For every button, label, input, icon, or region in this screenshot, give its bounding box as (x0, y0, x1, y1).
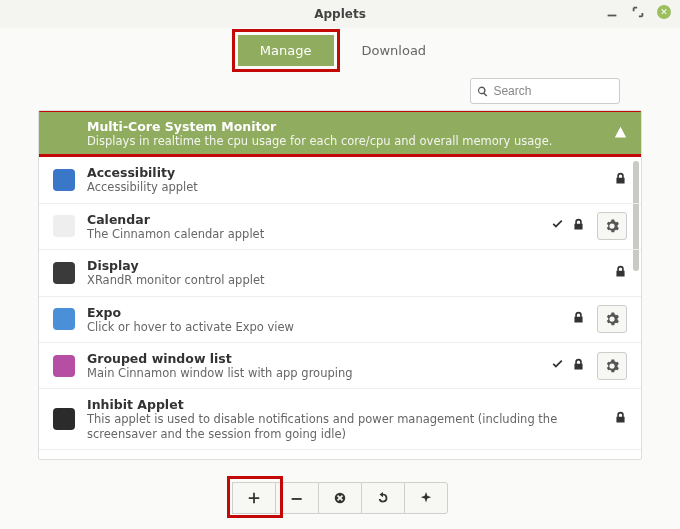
applet-title: Multi-Core System Monitor (87, 119, 602, 134)
applet-description: This applet is used to disable notificat… (87, 412, 602, 441)
applet-row[interactable]: Multi-Core System MonitorDisplays in rea… (39, 111, 641, 157)
enabled-check-icon (551, 358, 564, 374)
applet-title: Grouped window list (87, 351, 539, 366)
remove-button[interactable]: − (275, 482, 319, 514)
configure-button[interactable] (597, 212, 627, 240)
lock-icon (572, 311, 585, 327)
search-input[interactable] (493, 84, 613, 98)
search-icon (477, 85, 488, 98)
applet-row[interactable]: DisplayXRandR monitor control applet (39, 250, 641, 296)
applet-description: Main Cinnamon window list with app group… (87, 366, 539, 380)
window-list-icon (53, 355, 75, 377)
applet-list[interactable]: Multi-Core System MonitorDisplays in rea… (38, 110, 642, 460)
applet-text: AccessibilityAccessibility applet (87, 165, 602, 194)
maximize-button[interactable] (630, 4, 646, 20)
applet-title: Keyboard (87, 458, 581, 460)
applet-title: Inhibit Applet (87, 397, 602, 412)
close-icon: ✕ (657, 5, 671, 19)
applet-text: Inhibit AppletThis applet is used to dis… (87, 397, 602, 441)
undo-icon (376, 491, 390, 505)
highlight-manage: Manage (232, 29, 340, 72)
row-status-icons (551, 218, 585, 234)
row-status-icons (551, 358, 585, 374)
expo-icon (53, 308, 75, 330)
row-status-icons (614, 126, 627, 142)
lock-icon (572, 358, 585, 374)
row-status-icons (614, 172, 627, 188)
applet-text: ExpoClick or hover to activate Expo view (87, 305, 560, 334)
calendar-icon (53, 215, 75, 237)
disable-button[interactable] (318, 482, 362, 514)
row-status-icons (572, 311, 585, 327)
bottom-toolbar: − (0, 473, 680, 523)
row-status-icons (614, 265, 627, 281)
applet-description: XRandR monitor control applet (87, 273, 602, 287)
applet-title: Expo (87, 305, 560, 320)
applet-row[interactable]: Grouped window listMain Cinnamon window … (39, 343, 641, 389)
svg-rect-0 (608, 15, 617, 17)
applet-row[interactable]: ExpoClick or hover to activate Expo view (39, 297, 641, 343)
applet-text: Grouped window listMain Cinnamon window … (87, 351, 539, 380)
warning-icon (614, 126, 627, 142)
applets-window: Applets ✕ Manage Download Multi-Core Sys… (0, 0, 680, 529)
lock-icon (614, 411, 627, 427)
minus-icon: − (290, 489, 303, 508)
restore-button[interactable] (361, 482, 405, 514)
applet-title: Calendar (87, 212, 539, 227)
applet-title: Accessibility (87, 165, 602, 180)
add-button[interactable] (232, 482, 276, 514)
applet-text: Multi-Core System MonitorDisplays in rea… (87, 119, 602, 148)
cancel-icon (333, 491, 347, 505)
upgrade-button[interactable] (404, 482, 448, 514)
display-icon (53, 262, 75, 284)
minimize-button[interactable] (604, 4, 620, 20)
search-field[interactable] (470, 78, 620, 104)
applet-row[interactable]: KeyboardKeyboard layout (39, 450, 641, 460)
search-row (0, 72, 680, 110)
applet-text: DisplayXRandR monitor control applet (87, 258, 602, 287)
tab-manage[interactable]: Manage (238, 35, 334, 66)
window-controls: ✕ (604, 4, 672, 20)
titlebar: Applets ✕ (0, 0, 680, 28)
configure-button[interactable] (597, 352, 627, 380)
applet-description: The Cinnamon calendar applet (87, 227, 539, 241)
tab-download[interactable]: Download (340, 35, 449, 66)
configure-button[interactable] (597, 305, 627, 333)
inhibit-icon (53, 408, 75, 430)
applet-text: KeyboardKeyboard layout (87, 458, 581, 460)
plus-icon (247, 491, 261, 505)
applet-description: Click or hover to activate Expo view (87, 320, 560, 334)
tab-bar: Manage Download (0, 28, 680, 72)
sparkle-icon (419, 491, 433, 505)
applet-row[interactable]: CalendarThe Cinnamon calendar applet (39, 204, 641, 250)
applet-description: Displays in realtime the cpu usage for e… (87, 134, 602, 148)
accessibility-icon (53, 169, 75, 191)
activity-monitor-icon (53, 123, 75, 145)
lock-icon (572, 218, 585, 234)
applet-row[interactable]: Inhibit AppletThis applet is used to dis… (39, 389, 641, 450)
applet-title: Display (87, 258, 602, 273)
lock-icon (614, 265, 627, 281)
lock-icon (614, 172, 627, 188)
applet-row[interactable]: AccessibilityAccessibility applet (39, 157, 641, 203)
window-title: Applets (314, 7, 366, 21)
close-button[interactable]: ✕ (656, 4, 672, 20)
applet-description: Accessibility applet (87, 180, 602, 194)
applet-text: CalendarThe Cinnamon calendar applet (87, 212, 539, 241)
toolbar-button-group: − (233, 482, 448, 514)
enabled-check-icon (551, 218, 564, 234)
row-status-icons (614, 411, 627, 427)
